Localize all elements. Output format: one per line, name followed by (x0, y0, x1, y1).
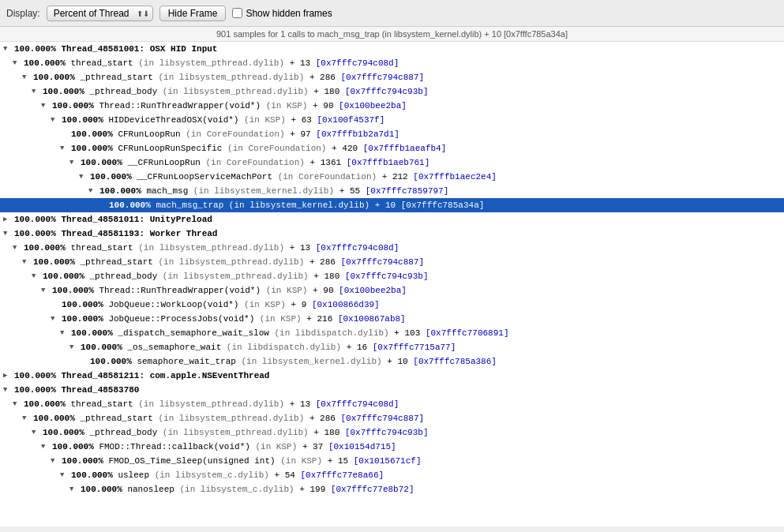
table-row[interactable]: ▼100.000% Thread::RunThreadWrapper(void*… (0, 99, 784, 113)
table-row[interactable]: 100.000% JobQueue::WorkLoop(void*) (in K… (0, 298, 784, 312)
thread-row[interactable]: ▶100.000% Thread_48581011: UnityPreload (0, 212, 784, 227)
table-row[interactable]: 100.000% mach_msg_trap (in libsystem_ker… (0, 198, 784, 212)
table-row[interactable]: ▼100.000% thread_start (in libsystem_pth… (0, 397, 784, 411)
toggle-icon[interactable]: ▶ (3, 213, 13, 226)
symbol-name: CFRunLoopRun (118, 129, 180, 139)
table-row[interactable]: ▼100.000% _pthread_body (in libsystem_pt… (0, 84, 784, 99)
symbol-name: _pthread_start (80, 73, 152, 82)
toggle-icon[interactable]: ▼ (13, 242, 22, 254)
hide-frame-button[interactable]: Hide Frame (159, 6, 227, 21)
toggle-icon[interactable]: ▼ (60, 142, 69, 155)
toggle-icon[interactable]: ▼ (3, 43, 13, 55)
percent-value: 100.000% (24, 243, 70, 253)
percent-value: 100.000% (62, 300, 108, 309)
toggle-icon[interactable]: ▼ (41, 99, 51, 112)
percent-value: 100.000% (33, 257, 80, 267)
table-row[interactable]: ▼100.000% _pthread_start (in libsystem_p… (0, 411, 784, 425)
toolbar: Display: Percent of Thread Percent of Sa… (0, 0, 784, 27)
symbol-name: _pthread_body (89, 272, 157, 281)
toggle-icon[interactable]: ▼ (69, 483, 79, 496)
toggle-icon[interactable]: ▼ (22, 256, 32, 268)
display-select-wrapper[interactable]: Percent of Thread Percent of Samples Cou… (47, 6, 153, 21)
table-row[interactable]: ▼100.000% _pthread_body (in libsystem_pt… (0, 425, 784, 440)
toggle-icon[interactable]: ▼ (22, 71, 32, 84)
toggle-icon[interactable]: ▼ (32, 426, 41, 439)
thread-row[interactable]: ▶100.000% Thread_48581211: com.apple.NSE… (0, 369, 784, 383)
display-label: Display: (6, 8, 40, 19)
thread-row[interactable]: ▼100.000% Thread_48581001: OSX HID Input (0, 42, 784, 56)
indent-spacer (0, 185, 88, 197)
table-row[interactable]: ▼100.000% _pthread_start (in libsystem_p… (0, 255, 784, 269)
indent-spacer (0, 142, 60, 155)
table-row[interactable]: ▼100.000% __CFRunLoopServiceMachPort (in… (0, 170, 784, 184)
table-row[interactable]: ▼100.000% _pthread_start (in libsystem_p… (0, 70, 784, 84)
percent-value: 100.000% (109, 200, 156, 210)
toggle-icon[interactable]: ▼ (3, 384, 13, 396)
toggle-icon[interactable]: ▼ (22, 412, 32, 425)
symbol-name: Thread::RunThreadWrapper(void*) (99, 101, 261, 111)
table-row[interactable]: ▼100.000% _os_semaphore_wait (in libdisp… (0, 340, 784, 354)
indent-spacer (0, 455, 51, 467)
table-row[interactable]: ▼100.000% HIDDeviceThreadOSX(void*) (in … (0, 113, 784, 127)
percent-value: 100.000% (71, 129, 118, 139)
offset-value: + 180 (309, 87, 340, 96)
toggle-icon[interactable]: ▼ (32, 85, 41, 98)
toggle-icon[interactable]: ▶ (3, 369, 13, 382)
toggle-icon[interactable]: ▼ (32, 270, 41, 283)
table-row[interactable]: ▼100.000% thread_start (in libsystem_pth… (0, 56, 784, 70)
symbol-name: Thread_48581211: com.apple.NSEventThread (61, 371, 269, 380)
table-row[interactable]: ▼100.000% nanosleep (in libsystem_c.dyli… (0, 482, 784, 496)
table-row[interactable]: ▼100.000% thread_start (in libsystem_pth… (0, 241, 784, 255)
toggle-icon[interactable]: ▼ (13, 398, 22, 410)
thread-row[interactable]: ▼100.000% Thread_48583780 (0, 383, 784, 397)
toggle-icon[interactable]: ▼ (51, 313, 60, 325)
library-name: (in libsystem_kernel.dylib) (188, 186, 334, 196)
table-row[interactable]: ▼100.000% CFRunLoopRunSpecific (in CoreF… (0, 141, 784, 155)
symbol-name: Thread::RunThreadWrapper(void*) (99, 286, 261, 295)
display-select[interactable]: Percent of Thread Percent of Samples Cou… (47, 6, 153, 21)
symbol-name: JobQueue::WorkLoop(void*) (108, 300, 238, 309)
toggle-icon[interactable]: ▼ (41, 284, 51, 297)
table-row[interactable]: ▼100.000% mach_msg (in libsystem_kernel.… (0, 184, 784, 198)
show-hidden-checkbox[interactable] (232, 8, 242, 18)
show-hidden-label[interactable]: Show hidden frames (232, 8, 332, 19)
table-row[interactable]: ▼100.000% JobQueue::ProcessJobs(void*) (… (0, 312, 784, 326)
toggle-icon[interactable]: ▼ (79, 170, 88, 183)
table-row[interactable]: ▼100.000% usleep (in libsystem_c.dylib) … (0, 468, 784, 482)
table-row[interactable]: 100.000% CFRunLoopRun (in CoreFoundation… (0, 127, 784, 141)
indent-spacer (0, 156, 69, 169)
row-content: 100.000% _pthread_start (in libsystem_pt… (32, 256, 424, 268)
table-row[interactable]: ▼100.000% _pthread_body (in libsystem_pt… (0, 269, 784, 283)
toggle-icon[interactable]: ▼ (60, 469, 69, 481)
table-row[interactable]: ▼100.000% Thread::RunThreadWrapper(void*… (0, 283, 784, 298)
table-row[interactable]: ▼100.000% FMOD_OS_Time_Sleep(unsigned in… (0, 454, 784, 468)
toggle-icon[interactable]: ▼ (51, 114, 60, 126)
table-row[interactable]: 100.000% semaphore_wait_trap (in libsyst… (0, 354, 784, 369)
row-content: 100.000% Thread_48581193: Worker Thread (13, 227, 217, 240)
offset-value: + 1361 (305, 158, 341, 167)
toggle-icon[interactable]: ▼ (3, 227, 13, 240)
address-value: [0x7fffb1aeb761] (341, 158, 430, 167)
toggle-icon[interactable]: ▼ (69, 341, 79, 354)
calltree[interactable]: ▼100.000% Thread_48581001: OSX HID Input… (0, 42, 784, 526)
row-content: 100.000% CFRunLoopRunSpecific (in CoreFo… (69, 142, 446, 155)
table-row[interactable]: ▼100.000% FMOD::Thread::callback(void*) … (0, 440, 784, 454)
toggle-icon[interactable]: ▼ (88, 185, 98, 197)
row-content: 100.000% thread_start (in libsystem_pthr… (22, 398, 399, 410)
address-value: [0x7fffc794c93b] (339, 428, 428, 437)
table-row[interactable]: ▼100.000% __CFRunLoopRun (in CoreFoundat… (0, 155, 784, 170)
row-content: 100.000% _os_semaphore_wait (in libdispa… (79, 341, 456, 354)
offset-value: + 37 (297, 442, 323, 451)
library-name: (in CoreFoundation) (201, 158, 305, 167)
indent-spacer (0, 270, 32, 283)
indent-spacer (0, 327, 60, 339)
library-name: (in CoreFoundation) (222, 144, 326, 153)
thread-row[interactable]: ▼100.000% Thread_48581193: Worker Thread (0, 227, 784, 241)
table-row[interactable]: ▼100.000% _dispatch_semaphore_wait_slow … (0, 326, 784, 340)
toggle-icon[interactable]: ▼ (41, 440, 51, 453)
toggle-icon[interactable]: ▼ (60, 327, 69, 339)
toggle-icon[interactable]: ▼ (69, 156, 79, 169)
toggle-icon[interactable]: ▼ (51, 455, 60, 467)
toggle-icon[interactable]: ▼ (13, 57, 22, 69)
symbol-name: FMOD::Thread::callback(void*) (99, 442, 249, 451)
